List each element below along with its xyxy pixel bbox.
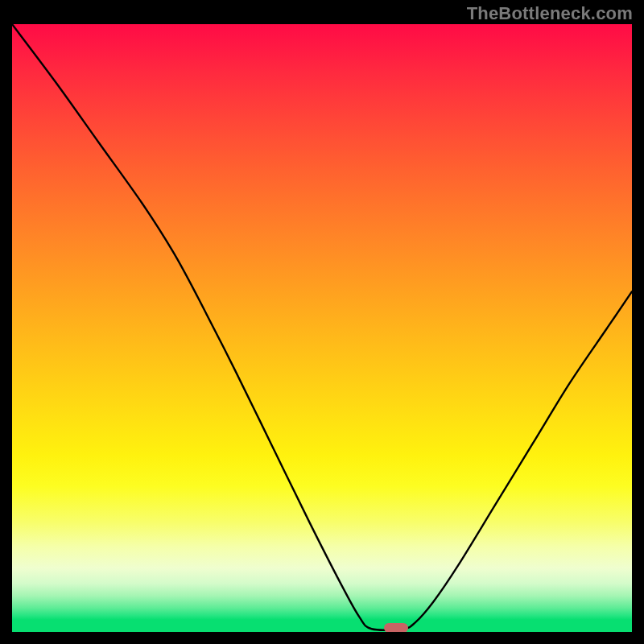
chart-stage: TheBottleneck.com — [0, 0, 644, 644]
plot-area — [12, 24, 632, 632]
optimal-point-marker — [384, 623, 408, 632]
watermark-text: TheBottleneck.com — [467, 3, 633, 24]
bottleneck-curve — [12, 24, 632, 632]
